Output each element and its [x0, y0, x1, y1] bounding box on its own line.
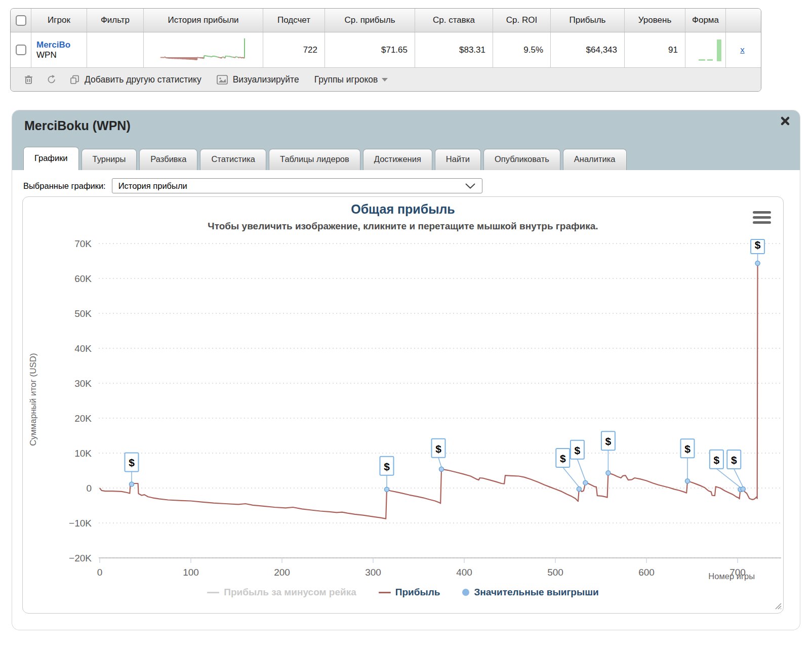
player-stats-widget: ИгрокФильтрИстория прибылиПодсчетСр. при…: [10, 8, 761, 92]
legend-profit[interactable]: Прибыль: [379, 587, 440, 598]
svg-text:100: 100: [183, 567, 199, 578]
column-header-7[interactable]: Ср. ROI: [493, 9, 550, 32]
count-cell: 722: [263, 32, 324, 67]
panel-tabs: ГрафикиТурнирыРазбивкаСтатистикаТаблицы …: [23, 147, 629, 170]
column-header-2[interactable]: Фильтр: [87, 9, 143, 32]
tab-2[interactable]: Турниры: [82, 149, 137, 170]
resize-grip-icon[interactable]: [774, 602, 782, 612]
svg-text:$: $: [684, 443, 691, 455]
svg-text:30K: 30K: [74, 378, 92, 389]
svg-text:$: $: [575, 444, 581, 456]
graph-selector-row: Выбранные графики: История прибыли: [23, 178, 482, 193]
svg-text:$: $: [605, 435, 612, 447]
chart-title: Общая прибыль: [23, 202, 783, 217]
graph-select[interactable]: История прибыли: [112, 178, 482, 193]
legend-profit-minus-rake-label: Прибыль за минусом рейка: [224, 587, 356, 598]
panel-title: MerciBoku (WPN): [24, 118, 131, 133]
tab-6[interactable]: Достижения: [363, 149, 432, 170]
select-all-checkbox[interactable]: [16, 15, 26, 26]
svg-text:500: 500: [547, 567, 563, 578]
avg-stake-cell: $83.31: [415, 32, 493, 67]
column-header-11[interactable]: [725, 9, 759, 32]
row-checkbox[interactable]: [16, 45, 26, 55]
column-header-8[interactable]: Прибыль: [550, 9, 624, 32]
tab-4[interactable]: Статистика: [200, 149, 266, 170]
profit-history-cell: [143, 32, 263, 67]
column-header-6[interactable]: Ср. ставка: [415, 9, 493, 32]
remove-row-link[interactable]: x: [740, 45, 745, 55]
trash-icon[interactable]: [24, 74, 33, 85]
svg-text:$: $: [435, 443, 441, 455]
svg-text:70K: 70K: [74, 238, 92, 249]
stats-table-header: ИгрокФильтрИстория прибылиПодсчетСр. при…: [11, 9, 761, 32]
form-cell: [685, 32, 725, 67]
svg-text:$: $: [384, 461, 390, 472]
svg-text:$: $: [129, 457, 135, 468]
player-cell: MerciBo WPN: [31, 32, 87, 67]
avg-roi-cell: 9.5%: [493, 32, 550, 67]
legend-significant-wins-label: Значительные выигрыши: [474, 587, 598, 598]
svg-text:$: $: [714, 454, 720, 466]
tab-9[interactable]: Аналитика: [563, 149, 627, 170]
svg-text:$: $: [755, 239, 761, 251]
column-header-9[interactable]: Уровень: [624, 9, 685, 32]
chart-subtitle: Чтобы увеличить изображение, кликните и …: [23, 221, 783, 232]
tab-8[interactable]: Опубликовать: [483, 149, 560, 170]
panel-header: MerciBoku (WPN) ГрафикиТурнирыРазбивкаСт…: [12, 110, 800, 170]
legend-profit-minus-rake[interactable]: Прибыль за минусом рейка: [207, 587, 356, 598]
svg-text:600: 600: [638, 567, 655, 578]
form-sparkline: [685, 37, 725, 63]
svg-text:60K: 60K: [74, 273, 92, 284]
stats-toolbar: Добавить другую статистику Визуализируйт…: [11, 67, 761, 91]
profit-history-sparkline[interactable]: [155, 36, 252, 64]
svg-text:20K: 20K: [74, 413, 92, 424]
close-icon[interactable]: [780, 115, 791, 127]
copy-icon[interactable]: [70, 75, 79, 85]
header-checkbox-cell: [11, 9, 31, 32]
svg-text:−10K: −10K: [69, 518, 92, 529]
row-checkbox-cell: [11, 32, 31, 67]
chevron-down-icon: [465, 182, 476, 189]
add-stat-button[interactable]: Добавить другую статистику: [85, 74, 201, 85]
profit-chart-container: 70K60K50K40K30K20K10K0−10K−20KСуммарный …: [22, 196, 784, 614]
tab-1[interactable]: Графики: [23, 147, 79, 170]
player-network: WPN: [36, 50, 57, 60]
tab-7[interactable]: Найти: [435, 149, 481, 170]
profit-cell: $64,343: [550, 32, 624, 67]
graph-select-value: История прибыли: [118, 181, 187, 191]
remove-cell: x: [725, 32, 759, 67]
chart-menu-icon[interactable]: [753, 211, 771, 226]
svg-text:−20K: −20K: [69, 553, 92, 563]
refresh-icon[interactable]: [47, 74, 57, 85]
legend-significant-wins[interactable]: Значительные выигрыши: [462, 587, 598, 598]
player-name-link[interactable]: MerciBo: [36, 40, 70, 50]
tab-3[interactable]: Разбивка: [139, 149, 197, 170]
svg-text:50K: 50K: [74, 308, 92, 319]
column-header-10[interactable]: Форма: [685, 9, 725, 32]
svg-text:$: $: [731, 454, 737, 466]
visualize-icon[interactable]: [217, 75, 228, 85]
column-header-1[interactable]: Игрок: [31, 9, 87, 32]
svg-text:10K: 10K: [74, 448, 92, 459]
groups-caret-icon[interactable]: [382, 78, 388, 82]
level-cell: 91: [624, 32, 685, 67]
svg-text:0: 0: [97, 567, 103, 578]
tab-5[interactable]: Таблицы лидеров: [269, 149, 360, 170]
x-axis-title: Номер игры: [708, 572, 755, 581]
visualize-button[interactable]: Визуализируйте: [233, 74, 299, 85]
legend-profit-minus-rake-marker: [207, 592, 219, 593]
profit-chart[interactable]: 70K60K50K40K30K20K10K0−10K−20KСуммарный …: [23, 197, 783, 613]
svg-text:400: 400: [456, 567, 472, 578]
svg-text:300: 300: [365, 567, 381, 578]
player-groups-button[interactable]: Группы игроков: [314, 74, 378, 85]
column-header-3[interactable]: История прибыли: [143, 9, 263, 32]
player-detail-panel: MerciBoku (WPN) ГрафикиТурнирыРазбивкаСт…: [12, 110, 800, 630]
filter-cell: [87, 32, 143, 67]
column-header-5[interactable]: Ср. прибыль: [324, 9, 415, 32]
column-header-4[interactable]: Подсчет: [263, 9, 324, 32]
svg-text:200: 200: [274, 567, 290, 578]
svg-text:$: $: [560, 453, 566, 464]
legend-significant-wins-marker: [462, 589, 469, 596]
legend-profit-marker: [379, 592, 391, 593]
graph-selector-label: Выбранные графики:: [23, 181, 106, 191]
